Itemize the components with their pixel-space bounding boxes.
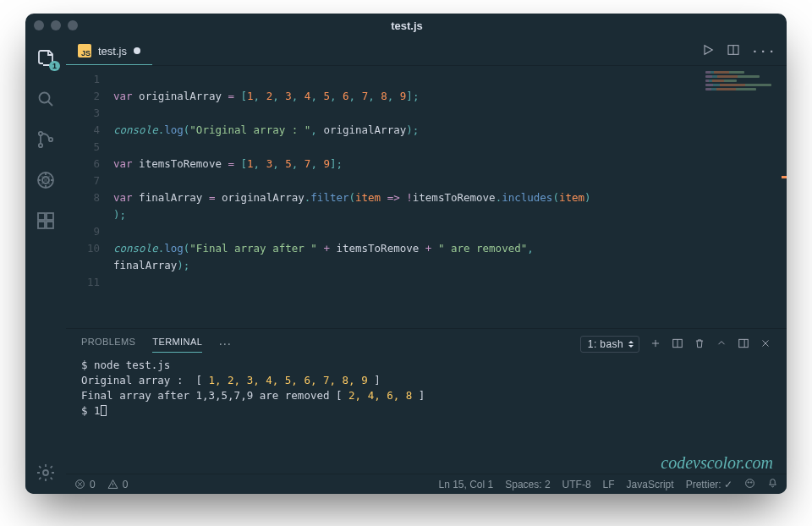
split-editor-icon[interactable] xyxy=(727,43,740,59)
code-editor[interactable]: 1 2 3 4 5 6 7 8 9 10 11 var originalArra… xyxy=(66,66,787,328)
line-number-gutter: 1 2 3 4 5 6 7 8 9 10 11 xyxy=(66,66,113,328)
panel-tab-problems[interactable]: PROBLEMS xyxy=(81,337,135,352)
terminal-cursor xyxy=(101,405,107,416)
notifications-bell-icon[interactable] xyxy=(767,478,778,491)
maximize-window[interactable] xyxy=(68,20,78,30)
status-prettier[interactable]: Prettier: ✓ xyxy=(686,479,732,490)
tab-test-js[interactable]: JS test.js xyxy=(66,37,152,65)
toggle-panel-icon[interactable] xyxy=(738,337,749,351)
js-file-icon: JS xyxy=(78,44,91,58)
split-terminal-icon[interactable] xyxy=(672,337,683,351)
overview-ruler-marker xyxy=(782,176,787,178)
svg-rect-6 xyxy=(38,213,45,220)
svg-point-16 xyxy=(748,481,749,482)
explorer-badge: 1 xyxy=(49,61,60,71)
source-control-icon[interactable] xyxy=(35,129,57,151)
debug-icon[interactable] xyxy=(35,169,57,191)
more-actions-icon[interactable]: ··· xyxy=(752,45,776,58)
settings-gear-icon[interactable] xyxy=(35,462,57,484)
traffic-lights xyxy=(34,20,78,30)
status-line-col[interactable]: Ln 15, Col 1 xyxy=(439,479,494,490)
tab-label: test.js xyxy=(98,45,127,58)
editor-window: test.js 1 xyxy=(25,14,787,494)
svg-rect-13 xyxy=(739,339,749,347)
svg-point-17 xyxy=(750,481,751,482)
status-bar: 0 0 Ln 15, Col 1 Spaces: 2 UTF-8 LF Java… xyxy=(66,474,787,494)
explorer-icon[interactable]: 1 xyxy=(35,47,57,69)
svg-point-10 xyxy=(43,470,48,475)
window-title: test.js xyxy=(78,19,736,32)
status-encoding[interactable]: UTF-8 xyxy=(562,479,591,490)
svg-point-15 xyxy=(746,479,754,487)
extensions-icon[interactable] xyxy=(35,210,57,232)
terminal-select[interactable]: 1: bash xyxy=(580,336,639,353)
close-panel-icon[interactable] xyxy=(760,337,771,351)
close-window[interactable] xyxy=(34,20,44,30)
status-language[interactable]: JavaScript xyxy=(627,479,674,490)
editor-tabs: JS test.js ··· xyxy=(66,37,787,66)
panel-tab-terminal[interactable]: TERMINAL xyxy=(152,337,202,353)
titlebar: test.js xyxy=(25,14,787,37)
activity-bar: 1 xyxy=(25,37,66,494)
kill-terminal-icon[interactable] xyxy=(694,337,705,351)
new-terminal-icon[interactable] xyxy=(650,337,661,351)
svg-point-1 xyxy=(39,132,42,135)
svg-rect-7 xyxy=(47,213,53,220)
minimize-window[interactable] xyxy=(51,20,61,30)
terminal-output[interactable]: $ node test.jsOriginal array : [ 1, 2, 3… xyxy=(66,356,787,474)
feedback-smiley-icon[interactable] xyxy=(744,478,755,491)
status-errors[interactable]: 0 xyxy=(74,479,96,490)
svg-rect-8 xyxy=(38,222,45,228)
panel-more-icon[interactable]: ··· xyxy=(219,339,232,349)
status-indent[interactable]: Spaces: 2 xyxy=(505,479,550,490)
status-eol[interactable]: LF xyxy=(603,479,615,490)
run-icon[interactable] xyxy=(701,43,715,59)
svg-rect-9 xyxy=(47,222,53,228)
watermark: codevscolor.com xyxy=(661,455,773,470)
bottom-panel: PROBLEMS TERMINAL ··· 1: bash $ node tes… xyxy=(66,328,787,474)
maximize-panel-icon[interactable] xyxy=(716,337,727,351)
code-content[interactable]: var originalArray = [1, 2, 3, 4, 5, 6, 7… xyxy=(113,66,787,328)
svg-point-2 xyxy=(39,144,42,147)
svg-point-0 xyxy=(40,93,50,103)
dirty-indicator-icon xyxy=(134,47,140,54)
search-icon[interactable] xyxy=(35,88,57,110)
status-warnings[interactable]: 0 xyxy=(107,479,129,490)
